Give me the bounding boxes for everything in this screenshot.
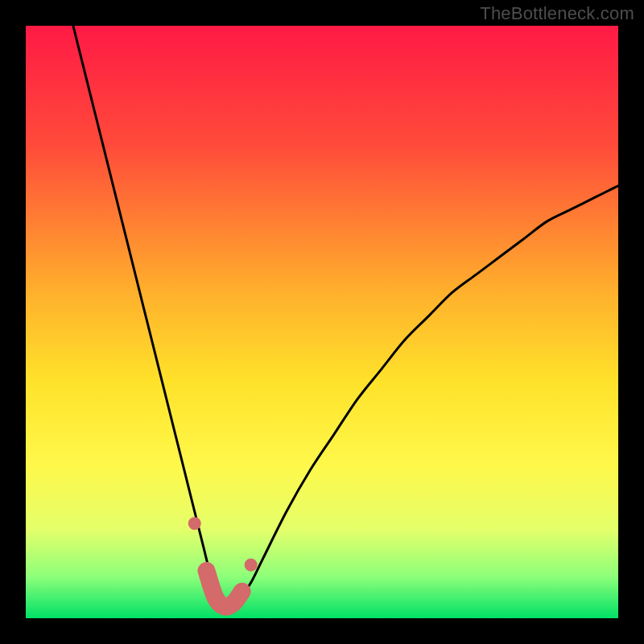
gradient-background xyxy=(26,26,618,618)
chart-frame: TheBottleneck.com xyxy=(0,0,644,644)
marker-dot xyxy=(188,517,201,530)
marker-dot xyxy=(227,597,240,610)
marker-dot xyxy=(236,585,249,598)
marker-dot xyxy=(200,564,213,577)
watermark-text: TheBottleneck.com xyxy=(480,3,634,24)
marker-dot xyxy=(245,559,258,572)
bottleneck-plot xyxy=(26,26,618,618)
plot-area xyxy=(26,26,618,618)
